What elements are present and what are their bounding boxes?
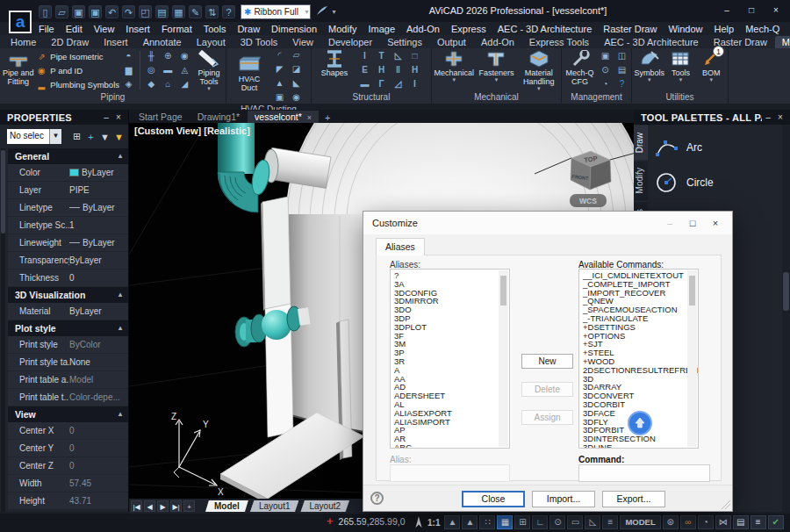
property-row[interactable]: Print table a... Model (8, 371, 128, 389)
aliases-scrollbar[interactable] (499, 270, 508, 447)
timer-icon[interactable]: ◔ (598, 78, 613, 90)
quill-icon[interactable] (316, 4, 328, 19)
copy-icon[interactable]: ◫ (614, 50, 629, 62)
pipe-cross-icon[interactable]: ╫ (144, 50, 159, 62)
section-plot-style[interactable]: Plot style ▴ (8, 320, 128, 336)
property-row[interactable]: Center X 0 (8, 422, 128, 440)
window-icon[interactable]: ▣ (598, 50, 613, 62)
object-snap-icon[interactable]: ▭ (567, 515, 583, 529)
palette-item-circle[interactable]: Circle (655, 165, 780, 200)
undo-icon[interactable]: ↶ (105, 5, 118, 18)
app-logo[interactable]: a (9, 11, 32, 33)
tab-drawing1[interactable]: Drawing1* (190, 111, 247, 123)
annotation-people-icon[interactable]: ⋈ (715, 515, 731, 529)
property-row[interactable]: Center Y 0 (8, 440, 128, 457)
duct-straight-icon[interactable]: ▱ (289, 49, 304, 61)
beam-icon[interactable]: I (407, 78, 422, 90)
key-icon[interactable]: ⊙ (598, 64, 613, 76)
menu-item[interactable]: Mech-Q (745, 24, 779, 34)
menu-item[interactable]: AEC - 3D Architecture (498, 24, 592, 34)
pump-icon[interactable]: ◉ (177, 50, 192, 62)
hanger-icon[interactable]: ⌂ (161, 78, 176, 90)
alias-item[interactable]: ADERSHEET (394, 392, 497, 400)
palette-item-arc[interactable]: Arc (655, 130, 780, 165)
model-space-toggle[interactable]: MODEL (620, 515, 660, 529)
column-icon[interactable]: H (407, 64, 422, 76)
plumbing-symbols-button[interactable]: ▂ Plumbing Symbols (36, 79, 119, 90)
duct-tee-icon[interactable]: ◪ (289, 63, 304, 75)
channel-section-icon[interactable]: E (357, 64, 372, 76)
doc-icon[interactable]: ▤ (614, 64, 629, 76)
ribbon-tab[interactable]: Mech-Q (775, 36, 790, 48)
ribbon-tab[interactable]: 2D Draw (44, 36, 96, 48)
property-row[interactable]: Linetype Sc... 1 (8, 217, 128, 234)
p-and-id-button[interactable]: ◉ P and ID (36, 65, 119, 76)
pipe-and-fitting-button[interactable]: Pipe and Fitting (2, 49, 34, 91)
property-row[interactable]: Linetype ByLayer (8, 199, 128, 217)
alias-item[interactable]: 3R (394, 357, 497, 366)
alias-item[interactable]: AA (394, 375, 497, 384)
duct-branch-icon[interactable]: ▣ (272, 91, 287, 104)
plate-icon[interactable]: ▬ (357, 78, 372, 90)
add-selection-icon[interactable]: + (85, 132, 97, 142)
delete-button[interactable]: Delete (521, 382, 573, 397)
alias-item[interactable]: 3F (394, 332, 497, 341)
tab-start-page[interactable]: Start Page (132, 111, 190, 123)
workspace-combo[interactable]: ✱ Ribbon Full ▾ (241, 4, 311, 19)
property-row[interactable]: Material ByLayer (8, 303, 128, 320)
duct-flex-icon[interactable]: ◣ (289, 77, 304, 90)
menu-item[interactable]: Help (715, 24, 735, 34)
close-button[interactable]: Close (462, 491, 525, 507)
clean-screen-icon[interactable]: ✎ (189, 5, 202, 18)
quick-select-icon[interactable]: ⊞ (71, 131, 83, 142)
ribbon-tab[interactable]: 3D Tools (233, 36, 285, 48)
filter-icon[interactable]: ▼ (99, 132, 111, 142)
property-row[interactable]: Width 57.45 (8, 475, 128, 492)
properties-scrollbar[interactable] (1, 148, 5, 512)
palette-tab[interactable]: Modify (634, 160, 648, 200)
property-row[interactable]: Thickness 0 (8, 270, 128, 287)
mechq-cfg-button[interactable]: Mech-Q CFG (564, 49, 596, 91)
resize-grip[interactable] (722, 500, 730, 509)
maximize-button[interactable]: □ (741, 3, 762, 18)
selection-combo[interactable]: No selec ▼ (7, 129, 61, 144)
menu-item[interactable]: Modify (328, 24, 356, 34)
export-button[interactable]: Export... (602, 491, 665, 507)
annotation-autoscale-icon[interactable]: ▲ (462, 515, 478, 529)
tab-aliases[interactable]: Aliases (376, 238, 425, 255)
pipe-text-icon[interactable]: ▬ (161, 64, 176, 76)
annotation-scale-icon[interactable] (413, 515, 425, 529)
ready-check-icon[interactable]: ✔ (768, 515, 784, 529)
command-item[interactable]: 3DLINE (583, 443, 686, 449)
flange-icon[interactable]: ◓ (121, 50, 136, 62)
assign-button[interactable]: Assign (521, 410, 573, 425)
dialog-close-icon[interactable]: × (704, 218, 727, 228)
alias-item[interactable]: 3M (394, 340, 497, 349)
lineweight-icon[interactable]: ≡ (602, 515, 618, 529)
last-layout-button[interactable]: ▶| (170, 500, 182, 512)
ribbon-tab[interactable]: Layout (190, 36, 233, 48)
property-row[interactable]: Print style ByColor (8, 336, 128, 354)
menu-item[interactable]: Window (668, 24, 702, 34)
tools-dropdown-button[interactable]: Tools ▾ (667, 49, 695, 91)
symbols-dropdown-button[interactable]: Symbols ▾ (634, 49, 665, 91)
ribbon-tab[interactable]: Insert (97, 36, 135, 48)
duct-elbow-icon[interactable]: ◜ (272, 49, 287, 61)
material-handling-dropdown-button[interactable]: Material Handling ▾ (519, 49, 559, 91)
prev-layout-button[interactable]: ◀ (144, 500, 155, 512)
settings-gear-icon[interactable]: ⊛ (663, 515, 679, 529)
property-row[interactable]: Color ByLayer (8, 164, 128, 182)
ribbon-tab[interactable]: Express Tools (522, 36, 596, 48)
new-button[interactable]: New (521, 354, 573, 369)
tab-layout1[interactable]: Layout1 (250, 500, 299, 512)
menu-item[interactable]: Draw (237, 24, 260, 34)
menu-item[interactable]: Dimension (271, 24, 317, 34)
property-row[interactable]: Height 43.71 (8, 492, 128, 510)
double-channel-icon[interactable]: ‖ (391, 64, 406, 76)
save-as-icon[interactable]: ▣ (89, 5, 102, 18)
snap-tracking-icon[interactable]: ◺ (585, 515, 600, 529)
print-preview-icon[interactable]: ◰ (139, 5, 152, 18)
new-layout-button[interactable]: + (183, 500, 195, 512)
save-icon[interactable]: ▣ (72, 5, 85, 18)
polar-tracking-icon[interactable]: ⊙ (549, 515, 565, 529)
